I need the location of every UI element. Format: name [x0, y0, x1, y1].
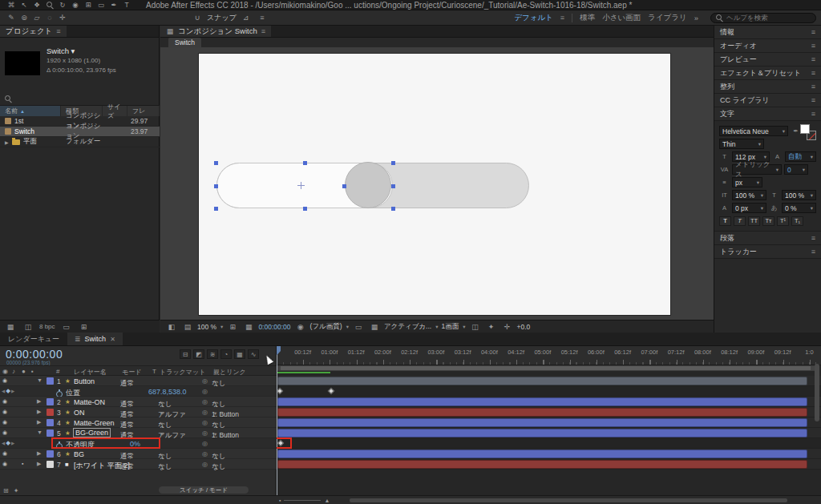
layer-name[interactable]: BG [74, 450, 84, 458]
selection-handle[interactable] [214, 207, 218, 211]
rotation-tool-icon[interactable]: ↻ [56, 1, 69, 10]
column-t[interactable]: T [152, 368, 156, 375]
workspace-libraries[interactable]: ライブラリ [648, 13, 687, 23]
layer-row-on[interactable]: ◉ ▶ 3 ★ ON 通常▾ アルファ▾ ◎ 1. Button▾ [0, 407, 277, 417]
panel-menu-icon[interactable]: ≡ [811, 96, 815, 104]
layer-duration-bar[interactable] [277, 397, 807, 406]
layer-row-matte-green[interactable]: ◉ ▶ 4 ★ Matte-Green 通常▾ なし▾ ◎ なし▾ [0, 417, 277, 428]
snap-icon[interactable]: ∪ [191, 13, 204, 22]
parent-pickwhip-icon[interactable]: ◎ [202, 398, 208, 405]
track-row-bg[interactable] [277, 449, 821, 459]
shy-layers-icon[interactable]: ≋ [207, 349, 218, 359]
eye-icon[interactable]: ◉ [2, 461, 7, 467]
panel-character[interactable]: 文字≡ [714, 107, 821, 121]
expand-arrow-icon[interactable]: ▼ [37, 377, 42, 383]
current-time-indicator[interactable] [277, 346, 277, 495]
keyframe-icon[interactable] [328, 388, 334, 394]
kerning-dropdown[interactable]: メトリックス▾ [732, 164, 782, 175]
tab-render-queue[interactable]: レンダーキュー [0, 333, 67, 345]
work-area-bar[interactable] [277, 365, 815, 371]
keyframe-icon[interactable] [277, 388, 283, 394]
layer-name[interactable]: Button [74, 377, 95, 385]
clone-stamp-tool-icon[interactable]: ⊚ [18, 13, 30, 22]
property-value[interactable]: 687.8,538.0 [148, 388, 187, 396]
help-search-input[interactable] [726, 14, 815, 22]
always-preview-icon[interactable]: ◧ [165, 322, 178, 332]
interpret-footage-icon[interactable]: ▦ [4, 322, 17, 332]
selection-handle[interactable] [303, 207, 307, 211]
panel-align[interactable]: 整列≡ [714, 80, 821, 94]
timeline-track-area[interactable]: 00:12f 01:00f 01:12f 02:00f 02:12f 03:00… [277, 346, 821, 495]
selection-handle[interactable] [391, 184, 395, 188]
baseline-shift-dropdown[interactable]: 0 px▾ [732, 203, 766, 213]
timeline-flowchart-icon[interactable]: ✛ [500, 322, 513, 332]
layer-name[interactable]: Matte-ON [74, 398, 105, 406]
timeline-vertical-scrollbar[interactable] [815, 364, 819, 421]
keyframe-at-time-icon[interactable]: ◆ [6, 440, 10, 446]
tsume-dropdown[interactable]: 0 %▾ [782, 203, 816, 213]
layer-duration-bar[interactable] [277, 377, 807, 385]
layer-duration-bar[interactable] [277, 450, 807, 458]
zoom-dropdown[interactable]: 100 %▾ [197, 323, 223, 331]
label-color-chip[interactable] [47, 461, 54, 468]
label-color-chip[interactable] [47, 409, 54, 416]
switch-button-shape[interactable] [345, 162, 391, 208]
close-icon[interactable]: ✕ [110, 336, 115, 343]
faux-bold-button[interactable]: T [719, 216, 731, 226]
panel-menu-icon[interactable]: ≡ [811, 234, 815, 242]
zoom-tool-icon[interactable] [43, 1, 56, 10]
expand-arrow-icon[interactable]: ▶ [37, 419, 41, 425]
panel-cc-libraries[interactable]: CC ライブラリ≡ [714, 94, 821, 107]
layer-duration-bar[interactable] [277, 408, 807, 417]
zoom-out-mountain-icon[interactable]: ▪ [279, 498, 281, 503]
track-row-matte-on[interactable] [277, 397, 821, 407]
new-composition-icon[interactable]: ⊞ [78, 322, 91, 332]
property-pickwhip-icon[interactable]: ◎ [202, 440, 208, 447]
apple-menu-icon[interactable]: ⌘ [5, 1, 18, 10]
item-name[interactable]: Switch ▾ [47, 46, 116, 56]
eye-icon[interactable]: ◉ [2, 409, 7, 415]
faux-italic-button[interactable]: T [734, 216, 746, 226]
anchor-point-icon[interactable] [297, 182, 305, 189]
fast-previews-icon[interactable]: ✦ [484, 322, 497, 332]
parent-pickwhip-icon[interactable]: ◎ [202, 429, 208, 437]
layer-name[interactable]: Matte-Green [74, 419, 115, 427]
panel-menu-icon[interactable]: ≡ [811, 69, 815, 77]
panel-menu-icon[interactable]: ≡ [811, 55, 815, 63]
viewer-tab[interactable]: Switch [168, 38, 201, 47]
mask-visibility-icon[interactable]: ▦ [242, 322, 255, 332]
current-timecode[interactable]: 0:00:00:00 [6, 348, 63, 361]
snap-label[interactable]: スナップ [207, 13, 237, 23]
all-caps-button[interactable]: TT [748, 216, 760, 226]
viewer-timecode[interactable]: 0:00:00:00 [258, 323, 290, 331]
fill-stroke-swatches[interactable] [800, 124, 818, 142]
column-number[interactable]: # [56, 368, 59, 375]
tab-project[interactable]: プロジェクト ≡ [0, 26, 67, 37]
expand-arrow-icon[interactable]: ▶ [37, 450, 41, 457]
selection-handle[interactable] [214, 184, 218, 188]
column-name[interactable]: 名前▲ [0, 106, 61, 116]
parent-pickwhip-icon[interactable]: ◎ [202, 419, 208, 426]
property-row-opacity[interactable]: ◀◆▶ 不透明度 0% ◎ [0, 438, 277, 449]
panel-menu-icon[interactable]: ≡ [56, 27, 60, 35]
layer-duration-bar[interactable] [277, 429, 807, 437]
fill-swatch[interactable] [800, 124, 810, 134]
hand-tool-icon[interactable]: ❖ [30, 1, 43, 10]
layer-row-bg[interactable]: ◉ ▶ 6 ★ BG 通常▾ なし▾ ◎ なし▾ [0, 449, 277, 459]
new-folder-icon[interactable]: ▭ [60, 322, 73, 332]
pen-tool-icon[interactable]: ✒ [107, 1, 120, 10]
layer-row-matte-on[interactable]: ◉ ▶ 2 ★ Matte-ON 通常▾ なし▾ ◎ なし▾ [0, 397, 277, 407]
panel-menu-icon[interactable]: ≡ [811, 28, 815, 36]
layer-name[interactable]: ON [74, 409, 85, 417]
snap-option-icon[interactable]: ⊿ [240, 13, 253, 22]
panel-menu-icon[interactable]: ≡ [811, 83, 815, 91]
vertical-scale-dropdown[interactable]: 100 %▾ [732, 190, 766, 200]
grid-guides-icon[interactable]: ⊞ [226, 322, 239, 332]
help-search-field[interactable] [710, 13, 816, 23]
tracking-dropdown[interactable]: 0▾ [784, 164, 808, 175]
composition-canvas[interactable] [199, 54, 670, 315]
panel-menu-icon[interactable]: ≡ [811, 248, 815, 256]
options-icon[interactable]: ✦ [14, 487, 19, 494]
type-tool-icon[interactable]: T [120, 1, 133, 10]
eraser-tool-icon[interactable]: ▱ [30, 13, 43, 22]
